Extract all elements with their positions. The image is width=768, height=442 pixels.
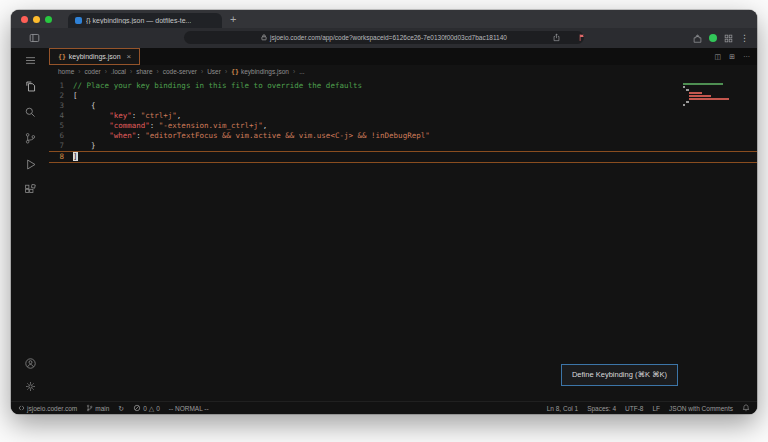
minimap-line [683, 98, 743, 100]
minimap-line [683, 89, 743, 91]
profile-avatar[interactable] [709, 34, 717, 42]
problems-indicator[interactable]: 0 △ 0 [133, 404, 160, 412]
notifications-button[interactable] [742, 404, 750, 412]
define-keybinding-button[interactable]: Define Keybinding (⌘K ⌘K) [561, 364, 678, 386]
code-line-7[interactable]: 7 } [49, 141, 757, 151]
more-actions-icon[interactable]: ⋯ [743, 53, 750, 60]
remote-icon [18, 404, 25, 412]
flag-icon[interactable] [579, 33, 585, 42]
layout-icon[interactable]: ⊞ [729, 53, 735, 60]
share-icon[interactable] [553, 33, 560, 42]
breadcrumb-item-keybindings-json[interactable]: {}keybindings.json [231, 68, 289, 76]
editor-tab-label: keybindings.json [69, 53, 121, 60]
browser-window: {} keybindings.json — dotfiles-te... + j… [11, 10, 757, 414]
code-editor[interactable]: 1// Place your key bindings in this file… [49, 78, 757, 401]
breadcrumb-separator: › [130, 68, 132, 75]
line-number: 6 [49, 131, 73, 141]
breadcrumb-item-home[interactable]: home [58, 68, 74, 75]
tab-close-icon[interactable]: × [127, 52, 132, 61]
bell-icon [742, 404, 750, 412]
new-tab-button[interactable]: + [230, 14, 236, 25]
breadcrumb-separator: › [225, 68, 227, 75]
browser-tab[interactable]: {} keybindings.json — dotfiles-te... [68, 13, 222, 28]
line-content: "command": "-extension.vim_ctrl+j", [73, 121, 267, 131]
indentation-setting[interactable]: Spaces: 4 [587, 405, 616, 412]
editor-group: {} keybindings.json × ◫ ⊞ ⋯ home›coder›.… [49, 48, 757, 401]
breadcrumb-separator: › [293, 68, 295, 75]
line-number: 7 [49, 141, 73, 151]
code-line-8[interactable]: 8] [49, 151, 757, 163]
minimap-line [683, 83, 743, 85]
line-content: } [73, 141, 96, 151]
zoom-window-button[interactable] [45, 16, 52, 23]
code-lines: 1// Place your key bindings in this file… [49, 78, 757, 163]
encoding-setting[interactable]: UTF-8 [625, 405, 643, 412]
minimap[interactable] [683, 83, 743, 107]
line-number: 3 [49, 101, 73, 111]
breadcrumb-item--local[interactable]: .local [111, 68, 126, 75]
extensions-icon[interactable] [24, 184, 37, 197]
close-window-button[interactable] [21, 16, 28, 23]
code-line-2[interactable]: 2[ [49, 91, 757, 101]
browser-tab-title: {} keybindings.json — dotfiles-te... [86, 17, 191, 24]
extensions-puzzle-icon[interactable] [693, 34, 702, 43]
settings-gear-icon[interactable] [24, 380, 37, 393]
favicon [75, 17, 82, 24]
line-content: ] [73, 152, 78, 162]
code-line-3[interactable]: 3 { [49, 101, 757, 111]
address-bar[interactable]: jsjoeio.coder.com/app/code?workspaceid=6… [184, 31, 584, 44]
menu-icon[interactable] [24, 54, 37, 67]
vscode-workbench: {} keybindings.json × ◫ ⊞ ⋯ home›coder›.… [11, 48, 757, 414]
git-branch-indicator[interactable]: main [86, 404, 109, 412]
language-mode[interactable]: JSON with Comments [669, 405, 733, 412]
line-number: 8 [49, 152, 73, 162]
browser-titlebar: {} keybindings.json — dotfiles-te... + [11, 10, 757, 28]
breadcrumb-separator: › [105, 68, 107, 75]
lock-icon [261, 34, 267, 41]
line-content: "key": "ctrl+j", [73, 111, 181, 121]
line-number: 4 [49, 111, 73, 121]
minimap-line [683, 104, 743, 106]
line-content: [ [73, 91, 78, 101]
breadcrumb: home›coder›.local›share›code-server›User… [49, 65, 757, 78]
url-text: jsjoeio.coder.com/app/code?workspaceid=6… [270, 34, 507, 41]
breadcrumb-separator: › [157, 68, 159, 75]
minimize-window-button[interactable] [33, 16, 40, 23]
line-content: { [73, 101, 96, 111]
line-number: 5 [49, 121, 73, 131]
line-number: 2 [49, 91, 73, 101]
source-control-icon[interactable] [24, 132, 37, 145]
vim-mode-indicator[interactable]: -- NORMAL -- [169, 405, 209, 412]
account-icon[interactable] [24, 357, 37, 370]
breadcrumb-item-code-server[interactable]: code-server [163, 68, 197, 75]
json-braces-icon: {} [58, 53, 66, 61]
browser-menu-icon[interactable]: ⋮ [740, 34, 749, 43]
minimap-line [683, 101, 743, 103]
code-line-1[interactable]: 1// Place your key bindings in this file… [49, 81, 757, 91]
code-line-4[interactable]: 4 "key": "ctrl+j", [49, 111, 757, 121]
explorer-files-icon[interactable] [24, 80, 37, 93]
code-line-5[interactable]: 5 "command": "-extension.vim_ctrl+j", [49, 121, 757, 131]
breadcrumb-item-share[interactable]: share [136, 68, 152, 75]
traffic-lights [21, 16, 52, 23]
code-line-6[interactable]: 6 "when": "editorTextFocus && vim.active… [49, 131, 757, 141]
eol-setting[interactable]: LF [652, 405, 660, 412]
search-icon[interactable] [24, 106, 37, 119]
statusbar-right: Ln 8, Col 1 Spaces: 4 UTF-8 LF JSON with… [547, 404, 750, 412]
breadcrumb-item-user[interactable]: User [207, 68, 221, 75]
breadcrumb-item--[interactable]: ... [299, 68, 304, 75]
minimap-line [683, 86, 743, 88]
breadcrumb-separator: › [201, 68, 203, 75]
line-content: // Place your key bindings in this file … [73, 81, 362, 91]
split-editor-icon[interactable]: ◫ [715, 53, 722, 60]
browser-toolbar: jsjoeio.coder.com/app/code?workspaceid=6… [11, 28, 757, 48]
run-debug-icon[interactable] [24, 158, 37, 171]
editor-tab-keybindings[interactable]: {} keybindings.json × [49, 48, 140, 65]
sync-button[interactable]: ↻ [118, 405, 124, 412]
tab-grid-icon[interactable] [724, 34, 733, 43]
remote-indicator[interactable]: jsjoeio.coder.com [18, 404, 77, 412]
breadcrumb-separator: › [78, 68, 80, 75]
sidebar-toggle-icon[interactable] [29, 33, 40, 43]
cursor-position[interactable]: Ln 8, Col 1 [547, 405, 578, 412]
breadcrumb-item-coder[interactable]: coder [84, 68, 100, 75]
